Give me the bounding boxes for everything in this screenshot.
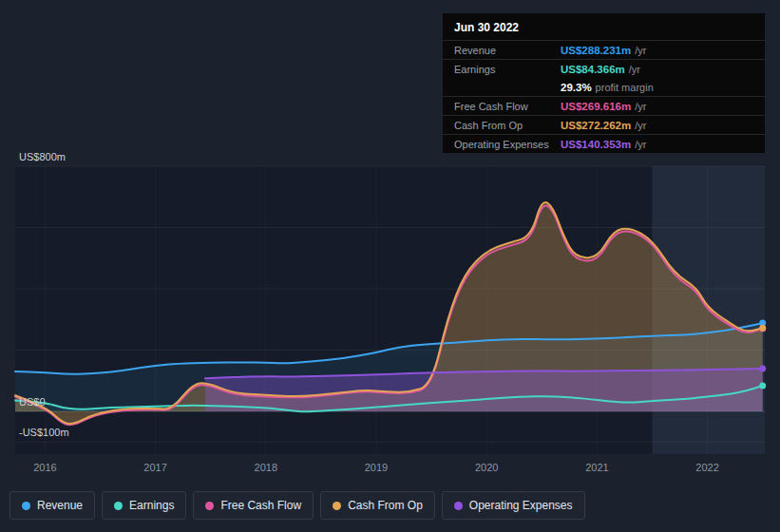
stock-financials-chart-page: US$800mUS$0-US$100m201620172018201920202… [0, 0, 780, 532]
legend-dot [205, 502, 214, 510]
legend-label: Earnings [129, 499, 174, 512]
tooltip-row-cash-from-op: Cash From OpUS$272.262m/yr [443, 115, 765, 134]
tooltip-row-suffix: /yr [635, 45, 646, 56]
y-axis-label-0: US$0 [19, 396, 46, 408]
legend-label: Operating Expenses [469, 499, 573, 512]
tooltip-row-label: Operating Expenses [454, 139, 561, 150]
tooltip-row-label: Free Cash Flow [454, 101, 561, 112]
legend-dot [22, 502, 30, 510]
tooltip-row-suffix: /yr [635, 139, 646, 150]
y-axis-label-800: US$800m [19, 151, 66, 162]
x-axis-label-2018: 2018 [255, 462, 277, 473]
tooltip-date: Jun 30 2022 [443, 13, 765, 40]
y-axis-label--100: -US$100m [19, 427, 69, 438]
legend-dot [114, 502, 123, 510]
tooltip-row-value: US$288.231m [561, 45, 631, 56]
tooltip-row-suffix: /yr [629, 64, 640, 75]
legend-label: Cash From Op [348, 499, 423, 512]
tooltip-row-label: Cash From Op [454, 120, 561, 131]
x-axis-label-2016: 2016 [33, 462, 56, 473]
tooltip-rows: RevenueUS$288.231m/yrEarningsUS$84.366m/… [443, 40, 765, 153]
legend-item-free-cash-flow[interactable]: Free Cash Flow [193, 491, 314, 520]
x-axis-label-2020: 2020 [475, 462, 498, 473]
x-axis-label-2019: 2019 [365, 462, 388, 473]
tooltip-row-label: Earnings [454, 64, 561, 75]
tooltip-row-operating-expenses: Operating ExpensesUS$140.353m/yr [443, 134, 765, 153]
tooltip-row-suffix: /yr [635, 101, 646, 112]
chart-data-tooltip: Jun 30 2022 RevenueUS$288.231m/yrEarning… [443, 13, 765, 153]
x-axis-label-2017: 2017 [143, 462, 166, 473]
tooltip-row-revenue: RevenueUS$288.231m/yr [443, 40, 765, 59]
chart-legend: RevenueEarningsFree Cash FlowCash From O… [10, 491, 585, 520]
legend-dot [454, 502, 463, 510]
tooltip-row-profit-margin: 29.3%profit margin [443, 78, 765, 96]
tooltip-row-suffix: profit margin [596, 82, 654, 93]
legend-item-cash-from-op[interactable]: Cash From Op [320, 491, 435, 520]
legend-label: Free Cash Flow [220, 499, 301, 512]
legend-item-operating-expenses[interactable]: Operating Expenses [442, 491, 585, 520]
tooltip-row-earnings: EarningsUS$84.366m/yr [443, 59, 765, 78]
tooltip-row-suffix: /yr [635, 120, 646, 131]
series-end-dot-cash-from-op [759, 325, 766, 332]
series-end-dot-earnings [759, 382, 766, 389]
series-end-dot-operating-expenses [759, 365, 766, 371]
x-axis-label-2021: 2021 [585, 462, 608, 473]
tooltip-row-label: Revenue [454, 45, 561, 56]
tooltip-row-free-cash-flow: Free Cash FlowUS$269.616m/yr [443, 96, 765, 115]
tooltip-row-value: US$272.262m [561, 120, 631, 131]
tooltip-row-value: US$269.616m [561, 101, 631, 112]
legend-item-earnings[interactable]: Earnings [102, 491, 186, 520]
legend-dot [333, 502, 341, 510]
x-axis-label-2022: 2022 [695, 462, 718, 473]
legend-label: Revenue [37, 499, 83, 512]
tooltip-row-value: US$140.353m [561, 139, 631, 150]
tooltip-row-value: 29.3% [561, 82, 592, 93]
legend-item-revenue[interactable]: Revenue [10, 491, 95, 520]
tooltip-row-value: US$84.366m [561, 64, 625, 75]
